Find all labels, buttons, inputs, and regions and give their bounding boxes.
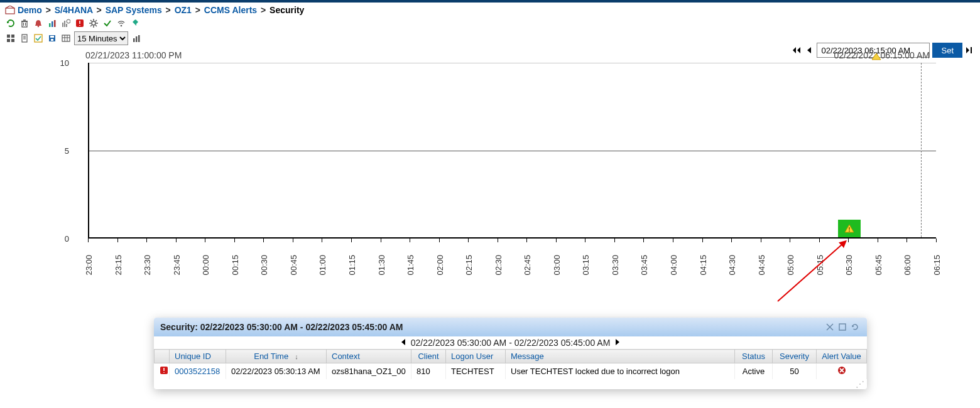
x-tick: 01:15 xyxy=(347,255,357,276)
col-severity[interactable]: Severity xyxy=(773,350,817,363)
error-icon xyxy=(837,366,846,375)
panel-subrange: 02/22/2023 05:30:00 AM - 02/22/2023 05:4… xyxy=(154,336,867,349)
col-end-time[interactable]: End Time ↓ xyxy=(226,350,327,363)
crumb-s4hana[interactable]: S/4HANA xyxy=(55,5,93,15)
x-tick: 05:45 xyxy=(874,255,883,276)
close-icon[interactable] xyxy=(824,321,836,333)
chart-type-icon[interactable] xyxy=(131,33,142,44)
col-status[interactable]: Status xyxy=(735,350,773,363)
page-icon[interactable] xyxy=(19,33,30,44)
svg-rect-27 xyxy=(7,39,10,42)
crumb-demo[interactable]: Demo xyxy=(18,5,42,15)
svg-rect-0 xyxy=(6,8,14,14)
interval-select[interactable]: 15 Minutes xyxy=(74,31,128,45)
svg-rect-36 xyxy=(51,39,53,41)
x-tick: 02:30 xyxy=(494,255,503,276)
cell-unique-id[interactable]: 0003522158 xyxy=(170,363,226,380)
svg-line-21 xyxy=(95,25,97,26)
svg-rect-7 xyxy=(49,23,51,27)
bar-chart-icon[interactable] xyxy=(46,18,58,29)
crumb-current: Security xyxy=(270,5,304,15)
x-tick: 23:45 xyxy=(172,255,182,276)
chart-settings-icon[interactable] xyxy=(60,18,72,29)
grid-icon[interactable] xyxy=(5,33,16,44)
y-tick: 10 xyxy=(53,58,69,68)
cell-status: Active xyxy=(735,363,773,380)
x-tick: 02:45 xyxy=(523,255,532,276)
chart-range-start: 02/21/2023 11:00:00 PM xyxy=(85,50,182,60)
x-tick: 06:15 xyxy=(932,255,942,276)
table-icon[interactable] xyxy=(60,33,72,44)
refresh-panel-icon[interactable] xyxy=(849,321,861,333)
col-context[interactable]: Context xyxy=(327,350,411,363)
chart-range-end: 02/22/2023 06:15:00 AM xyxy=(834,50,930,60)
refresh-icon[interactable] xyxy=(5,18,16,29)
check-icon[interactable] xyxy=(102,18,113,29)
root-icon xyxy=(5,5,18,15)
x-tick: 04:45 xyxy=(757,255,766,276)
panel-title: Security: 02/22/2023 05:30:00 AM - 02/22… xyxy=(160,322,403,332)
cell-context: ozs81hana_OZ1_00 xyxy=(327,363,411,380)
cell-logon-user: TECHTEST xyxy=(446,363,506,380)
svg-rect-33 xyxy=(35,35,42,42)
x-tick: 03:45 xyxy=(640,255,649,276)
bell-icon[interactable] xyxy=(33,18,44,29)
x-tick: 05:15 xyxy=(815,255,825,276)
tile-alert-icon[interactable] xyxy=(74,18,85,29)
panel-header[interactable]: Security: 02/22/2023 05:30:00 AM - 02/22… xyxy=(154,318,867,336)
subrange-prev-icon[interactable] xyxy=(401,338,406,348)
col-alert-value[interactable]: Alert Value xyxy=(817,350,867,363)
pin-icon[interactable] xyxy=(129,18,141,29)
svg-rect-12 xyxy=(66,24,67,27)
crumb-ccms-alerts[interactable]: CCMS Alerts xyxy=(204,5,257,15)
x-tick: 03:30 xyxy=(611,255,620,276)
col-unique-id[interactable]: Unique ID xyxy=(170,350,226,363)
col-icon[interactable] xyxy=(155,350,170,363)
svg-rect-41 xyxy=(133,38,135,42)
sort-desc-icon: ↓ xyxy=(291,353,298,360)
svg-rect-25 xyxy=(7,35,10,38)
x-tick: 05:30 xyxy=(844,255,854,276)
subrange-label: 02/22/2023 05:30:00 AM - 02/22/2023 05:4… xyxy=(411,338,611,348)
crumb-sap-systems[interactable]: SAP Systems xyxy=(106,5,162,15)
svg-rect-37 xyxy=(62,35,70,41)
x-tick: 23:00 xyxy=(84,255,94,276)
col-logon-user[interactable]: Logon User xyxy=(446,350,506,363)
x-tick: 00:00 xyxy=(201,255,210,276)
plot-area[interactable] xyxy=(88,63,936,239)
cell-severity: 50 xyxy=(773,363,817,380)
cell-client: 810 xyxy=(411,363,446,380)
table-row[interactable]: 000352215802/22/2023 05:30:13 AMozs81han… xyxy=(155,363,867,380)
maximize-icon[interactable] xyxy=(837,321,848,333)
svg-rect-26 xyxy=(11,35,14,38)
x-tick: 01:30 xyxy=(377,255,386,276)
chart-bar[interactable] xyxy=(838,220,861,237)
svg-line-22 xyxy=(90,25,92,26)
x-tick: 02:00 xyxy=(435,255,445,276)
check-list-icon[interactable] xyxy=(33,33,44,44)
detail-panel: Security: 02/22/2023 05:30:00 AM - 02/22… xyxy=(154,318,867,389)
crumb-oz1[interactable]: OZ1 xyxy=(175,5,192,15)
svg-rect-1 xyxy=(22,21,27,27)
svg-rect-42 xyxy=(136,36,138,42)
cell-end-time: 02/22/2023 05:30:13 AM xyxy=(226,363,327,380)
wifi-icon[interactable] xyxy=(116,18,127,29)
col-client[interactable]: Client xyxy=(411,350,446,363)
subrange-next-icon[interactable] xyxy=(615,338,620,348)
svg-point-6 xyxy=(38,26,40,28)
svg-rect-35 xyxy=(50,36,54,38)
x-tick: 03:15 xyxy=(581,255,591,276)
y-tick: 5 xyxy=(53,146,69,156)
resize-handle-icon[interactable]: ⋰ xyxy=(154,379,867,389)
svg-rect-29 xyxy=(22,35,27,42)
trash-icon[interactable] xyxy=(19,18,30,29)
svg-point-15 xyxy=(92,21,95,25)
save-icon[interactable] xyxy=(46,33,58,44)
svg-rect-43 xyxy=(138,35,140,42)
x-tick: 04:30 xyxy=(727,255,737,276)
x-tick: 06:00 xyxy=(903,255,912,276)
x-tick: 00:15 xyxy=(231,255,240,276)
gear-icon[interactable] xyxy=(88,18,99,29)
chart: 02/21/2023 11:00:00 PM 02/22/2023 06:15:… xyxy=(5,50,975,301)
col-message[interactable]: Message xyxy=(506,350,735,363)
